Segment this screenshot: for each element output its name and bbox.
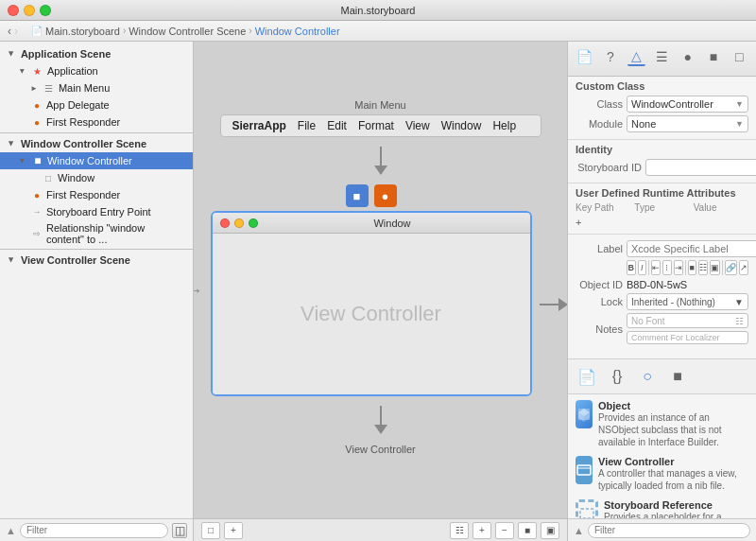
section-wc-scene: ► Window Controller Scene <box>0 135 193 152</box>
sidebar-item-main-menu[interactable]: ► ☰ Main Menu <box>0 79 193 96</box>
window-mock-icons: ■ ● <box>346 184 397 207</box>
menu-app-name[interactable]: SierraApp <box>232 119 286 132</box>
rp-tab-identity[interactable]: △ <box>627 47 645 66</box>
sidebar-item-storyboard-entry[interactable]: → Storyboard Entry Point <box>0 203 193 220</box>
canvas-zoom-in[interactable]: + <box>472 522 491 539</box>
rp-italic-btn[interactable]: I <box>638 260 647 275</box>
nav-forward-icon[interactable]: › <box>14 25 18 38</box>
rp-center-align-btn[interactable]: ⁝ <box>662 260 672 275</box>
window-controller-label: Window Controller <box>47 155 132 166</box>
rp-font-field[interactable]: No Font ☷ <box>627 313 748 328</box>
vc-section-triangle[interactable]: ► <box>7 256 16 265</box>
breadcrumb-bar: ‹ › 📄 Main.storyboard › Window Controlle… <box>0 21 756 42</box>
rp-object-id-value: B8D-0N-5wS <box>627 279 687 290</box>
canvas-zoom-fit[interactable]: □ <box>201 522 220 539</box>
vc-box: View Controller <box>345 444 415 455</box>
rp-class-select[interactable]: WindowController ▼ <box>627 96 748 113</box>
sidebar-filter-input[interactable] <box>20 523 168 538</box>
rp-right-align-btn[interactable]: ⇥ <box>674 260 683 275</box>
main-layout: ► Application Scene ► ★ Application ► ☰ … <box>0 42 756 541</box>
rp-add-runtime-button[interactable]: + <box>576 215 748 230</box>
sidebar-item-app-delegate[interactable]: ● App Delegate <box>0 96 193 113</box>
rp-tab-sizing[interactable]: □ <box>730 47 748 66</box>
rp-lib-tab-media[interactable]: ■ <box>666 365 689 388</box>
rp-filter-bar: ▲ <box>568 518 756 541</box>
lib-item-vc: View Controller A controller that manage… <box>576 456 748 492</box>
rp-class-label: Class <box>576 98 623 110</box>
maximize-button[interactable] <box>40 5 51 16</box>
arrow-to-vc-bottom <box>374 406 387 434</box>
rp-header: 📄 ? △ ☰ ● ■ □ <box>568 42 756 77</box>
sidebar-item-first-responder-1[interactable]: ● First Responder <box>0 113 193 131</box>
rp-lib-tab-object[interactable]: ○ <box>636 365 659 388</box>
rp-check-btn[interactable]: ■ <box>688 260 697 275</box>
rp-filter-input[interactable] <box>588 523 750 538</box>
arrow-head-1 <box>374 166 387 175</box>
sidebar-item-first-responder-2[interactable]: ● First Responder <box>0 186 193 203</box>
canvas-scene[interactable]: ■ <box>518 522 537 539</box>
rp-tab-file[interactable]: 📄 <box>576 47 593 66</box>
canvas-add[interactable]: + <box>224 522 243 539</box>
rp-lock-label: Lock <box>576 296 623 307</box>
menu-item-format[interactable]: Format <box>358 119 394 132</box>
rp-header-icons: 📄 ? △ ☰ ● ■ □ <box>576 47 748 66</box>
sidebar-item-relationship[interactable]: ⇨ Relationship "window content" to ... <box>0 220 193 247</box>
rp-lib-tab-file[interactable]: 📄 <box>576 365 598 388</box>
rp-lib-tab-code[interactable]: {} <box>606 365 628 388</box>
rp-link-btn[interactable]: 🔗 <box>725 260 737 275</box>
wc-section-triangle[interactable]: ► <box>7 140 16 148</box>
sidebar-item-window[interactable]: □ Window <box>0 169 193 186</box>
lib-vc-text: View Controller A controller that manage… <box>598 456 748 492</box>
rp-left-align-btn[interactable]: ⇤ <box>651 260 661 275</box>
rp-runtime-section: User Defined Runtime Attributes Key Path… <box>568 183 756 235</box>
menu-triangle: ► <box>30 84 38 93</box>
nav-back-icon[interactable]: ‹ <box>8 25 11 38</box>
rp-lock-select[interactable]: Inherited - (Nothing) ▼ <box>627 293 748 310</box>
section-vc-scene: ► View Controller Scene <box>0 252 193 269</box>
canvas-content: Main Menu SierraApp File Edit Format Vie… <box>194 42 567 513</box>
sidebar-item-application[interactable]: ► ★ Application <box>0 62 193 79</box>
rp-bold-btn[interactable]: B <box>627 260 636 275</box>
sidebar-item-window-controller[interactable]: ► ■ Window Controller <box>0 152 193 169</box>
window-mock[interactable]: Window View Controller <box>211 211 532 396</box>
breadcrumb-storyboard[interactable]: 📄 Main.storyboard <box>31 26 120 37</box>
section-triangle[interactable]: ► <box>7 50 16 59</box>
rp-storyboard-id-field[interactable] <box>645 159 756 176</box>
rp-comment-field[interactable]: Comment For Localizer <box>627 331 748 344</box>
canvas-reset[interactable]: ▣ <box>541 522 559 539</box>
menu-bar-mock: SierraApp File Edit Format View Window H… <box>220 114 541 137</box>
app-icon: ★ <box>31 64 44 78</box>
rp-sep-1 <box>648 260 649 275</box>
rp-tab-attributes[interactable]: ☰ <box>653 47 671 66</box>
breadcrumb-controller[interactable]: Window Controller <box>255 26 340 37</box>
rp-module-select[interactable]: None ▼ <box>627 115 748 132</box>
canvas-zoom-out[interactable]: − <box>495 522 514 539</box>
rp-class-arrow: ▼ <box>735 99 744 109</box>
rp-resize-btn[interactable]: ↗ <box>739 260 748 275</box>
rp-tab-help[interactable]: ? <box>601 47 619 66</box>
menu-scene-label: Main Menu <box>354 99 405 111</box>
menu-item-view[interactable]: View <box>405 119 430 132</box>
menu-item-help[interactable]: Help <box>492 119 516 132</box>
lib-vc-icon <box>576 456 593 484</box>
close-button[interactable] <box>8 5 19 16</box>
rp-tab-bindings[interactable]: ■ <box>704 47 722 66</box>
menu-item-file[interactable]: File <box>298 119 316 132</box>
rp-doc-label-field[interactable] <box>627 240 756 257</box>
menu-scene: Main Menu SierraApp File Edit Format Vie… <box>220 99 541 137</box>
breadcrumb-scene[interactable]: Window Controller Scene <box>129 26 246 37</box>
menu-item-edit[interactable]: Edit <box>327 119 347 132</box>
sidebar-add-button[interactable]: ◫ <box>172 523 187 538</box>
minimize-button[interactable] <box>24 5 35 16</box>
main-menu-label: Main Menu <box>59 82 110 94</box>
sidebar-content: ► Application Scene ► ★ Application ► ☰ … <box>0 42 193 518</box>
menu-item-window[interactable]: Window <box>441 119 482 132</box>
rp-module-value: None <box>631 118 656 130</box>
rp-table-btn[interactable]: ▣ <box>710 260 720 275</box>
rp-custom-class-title: Custom Class <box>576 80 748 92</box>
canvas-grid[interactable]: ☷ <box>450 522 469 539</box>
rp-value-header: Value <box>694 202 748 213</box>
vc-placeholder-label: View Controller <box>301 302 441 326</box>
rp-list-btn[interactable]: ☷ <box>698 260 708 275</box>
rp-tab-connections[interactable]: ● <box>679 47 696 66</box>
